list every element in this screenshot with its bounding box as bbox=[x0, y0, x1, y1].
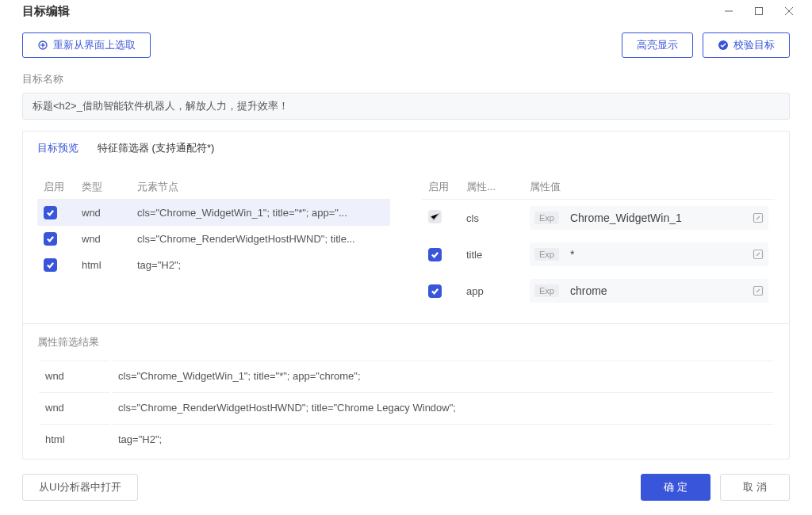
exp-tag[interactable]: Exp bbox=[534, 212, 559, 224]
target-name-label: 目标名称 bbox=[22, 72, 790, 86]
attr-value-input[interactable] bbox=[564, 206, 748, 230]
node-row[interactable]: wnd cls="Chrome_WidgetWin_1"; title="*";… bbox=[37, 200, 390, 227]
result-desc: tag="H2"; bbox=[112, 424, 773, 454]
ok-button[interactable]: 确定 bbox=[641, 474, 710, 501]
result-row: wnd cls="Chrome_RenderWidgetHostHWND"; t… bbox=[39, 392, 773, 422]
node-type: html bbox=[75, 252, 131, 278]
node-type: wnd bbox=[75, 226, 131, 252]
cancel-button[interactable]: 取消 bbox=[720, 474, 790, 501]
col-value: 属性值 bbox=[523, 175, 775, 200]
attr-name: title bbox=[460, 236, 523, 273]
node-row[interactable]: wnd cls="Chrome_RenderWidgetHostHWND"; t… bbox=[37, 226, 390, 252]
titlebar: 目标编辑 bbox=[0, 0, 812, 23]
minimize-button[interactable] bbox=[714, 0, 744, 22]
nodes-panel: 启用 类型 元素节点 wnd cls="Chrome_WidgetWin_1";… bbox=[37, 175, 390, 309]
node-row[interactable]: html tag="H2"; bbox=[37, 252, 390, 278]
tab-filter[interactable]: 特征筛选器 (支持通配符*) bbox=[98, 141, 214, 155]
node-desc: cls="Chrome_WidgetWin_1"; title="*"; app… bbox=[131, 200, 390, 227]
attr-row: title Exp bbox=[422, 236, 775, 273]
window-title: 目标编辑 bbox=[22, 4, 70, 19]
result-row: wnd cls="Chrome_WidgetWin_1"; title="*";… bbox=[39, 360, 773, 391]
results-title: 属性筛选结果 bbox=[37, 335, 775, 349]
check-circle-icon bbox=[718, 40, 729, 51]
edit-icon[interactable] bbox=[753, 212, 764, 223]
exp-tag[interactable]: Exp bbox=[534, 248, 559, 261]
node-desc: tag="H2"; bbox=[131, 252, 390, 278]
result-desc: cls="Chrome_WidgetWin_1"; title="*"; app… bbox=[112, 360, 773, 391]
attr-value-input[interactable] bbox=[564, 279, 748, 303]
close-button[interactable] bbox=[774, 0, 804, 22]
enable-checkbox[interactable] bbox=[44, 206, 57, 219]
attr-checkbox[interactable] bbox=[428, 284, 442, 298]
col-attr: 属性... bbox=[460, 175, 523, 200]
repick-label: 重新从界面上选取 bbox=[53, 38, 136, 52]
enable-checkbox[interactable] bbox=[44, 232, 57, 246]
attr-name: app bbox=[460, 273, 523, 309]
node-type: wnd bbox=[75, 200, 131, 227]
result-type: wnd bbox=[39, 360, 110, 391]
result-row: html tag="H2"; bbox=[39, 424, 773, 454]
attr-value-input[interactable] bbox=[564, 242, 748, 266]
col-enable: 启用 bbox=[422, 175, 460, 200]
enable-checkbox[interactable] bbox=[44, 258, 57, 272]
col-node: 元素节点 bbox=[131, 175, 390, 200]
window-controls bbox=[714, 0, 804, 22]
result-type: wnd bbox=[39, 392, 110, 422]
validate-label: 校验目标 bbox=[733, 38, 775, 52]
target-icon bbox=[37, 40, 48, 51]
node-desc: cls="Chrome_RenderWidgetHostHWND"; title… bbox=[131, 226, 390, 252]
edit-icon[interactable] bbox=[753, 249, 764, 260]
attr-row: cls Exp bbox=[422, 200, 775, 237]
attr-checkbox[interactable] bbox=[428, 210, 442, 223]
col-type: 类型 bbox=[75, 175, 131, 200]
tab-preview[interactable]: 目标预览 bbox=[37, 141, 79, 155]
attr-name: cls bbox=[460, 200, 523, 237]
repick-button[interactable]: 重新从界面上选取 bbox=[22, 32, 151, 58]
svg-rect-1 bbox=[756, 8, 763, 15]
attrs-panel: 启用 属性... 属性值 cls Exp bbox=[422, 175, 775, 309]
result-desc: cls="Chrome_RenderWidgetHostHWND"; title… bbox=[112, 392, 773, 422]
attr-checkbox[interactable] bbox=[428, 248, 442, 261]
open-analyzer-button[interactable]: 从UI分析器中打开 bbox=[22, 474, 138, 501]
edit-icon[interactable] bbox=[753, 285, 764, 296]
exp-tag[interactable]: Exp bbox=[534, 284, 559, 297]
col-enable: 启用 bbox=[37, 175, 75, 200]
tabs-row: 目标预览 特征筛选器 (支持通配符*) bbox=[22, 131, 790, 164]
target-name-input[interactable] bbox=[22, 93, 790, 120]
validate-button[interactable]: 校验目标 bbox=[703, 32, 790, 58]
highlight-button[interactable]: 高亮显示 bbox=[622, 32, 693, 58]
highlight-label: 高亮显示 bbox=[637, 38, 678, 52]
results-panel: 属性筛选结果 wnd cls="Chrome_WidgetWin_1"; tit… bbox=[22, 324, 790, 460]
maximize-button[interactable] bbox=[744, 0, 774, 22]
attr-row: app Exp bbox=[422, 273, 775, 309]
result-type: html bbox=[39, 424, 110, 454]
